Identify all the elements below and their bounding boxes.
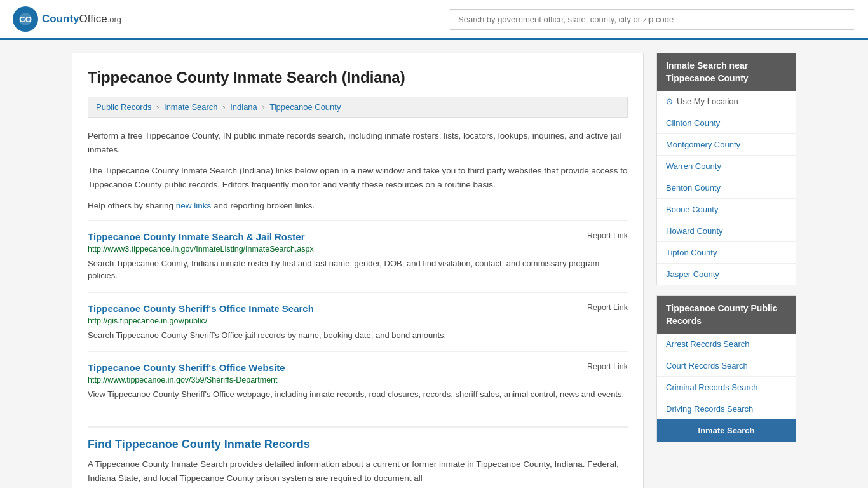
find-section: Find Tippecanoe County Inmate Records A … xyxy=(88,426,628,485)
breadcrumb: Public Records › Inmate Search › Indiana… xyxy=(88,97,628,118)
public-record-link-0[interactable]: Arrest Records Search xyxy=(666,339,750,349)
nearby-item-5: Howard County xyxy=(657,220,796,242)
report-link-1[interactable]: Report Link xyxy=(587,303,628,312)
nearby-box: Inmate Search near Tippecanoe County ⊙ U… xyxy=(656,53,796,285)
location-icon: ⊙ xyxy=(666,97,673,106)
page-title: Tippecanoe County Inmate Search (Indiana… xyxy=(88,69,628,86)
search-input[interactable] xyxy=(449,9,855,30)
result-desc-1: Search Tippecanoe County Sheriff's Offic… xyxy=(88,329,628,342)
breadcrumb-tippecanoe[interactable]: Tippecanoe County xyxy=(269,102,341,112)
new-links-link[interactable]: new links xyxy=(176,201,212,210)
header: CO CountyOffice.org xyxy=(0,0,868,40)
result-title-0[interactable]: Tippecanoe County Inmate Search & Jail R… xyxy=(88,231,304,242)
result-url-1: http://gis.tippecanoe.in.gov/public/ xyxy=(88,316,628,325)
find-desc: A Tippecanoe County Inmate Search provid… xyxy=(88,458,628,485)
nearby-link-6[interactable]: Tipton County xyxy=(666,248,717,257)
nearby-link-4[interactable]: Boone County xyxy=(666,205,718,214)
logo-text: CountyOffice.org xyxy=(42,13,121,25)
breadcrumb-inmate-search[interactable]: Inmate Search xyxy=(164,102,218,112)
nearby-link-1[interactable]: Montgomery County xyxy=(666,140,740,149)
logo[interactable]: CO CountyOffice.org xyxy=(13,6,121,32)
public-records-box: Tippecanoe County Public Records Arrest … xyxy=(656,295,796,442)
nearby-link-7[interactable]: Jasper County xyxy=(666,269,719,279)
breadcrumb-indiana[interactable]: Indiana xyxy=(230,102,257,112)
public-record-link-3[interactable]: Driving Records Search xyxy=(666,404,753,414)
svg-text:CO: CO xyxy=(19,15,32,24)
report-link-0[interactable]: Report Link xyxy=(587,231,628,240)
intro-paragraph-1: Perform a free Tippecanoe County, IN pub… xyxy=(88,129,628,156)
nearby-item-1: Montgomery County xyxy=(657,134,796,156)
find-title: Find Tippecanoe County Inmate Records xyxy=(88,438,628,451)
sidebar: Inmate Search near Tippecanoe County ⊙ U… xyxy=(656,53,796,488)
results-list: Tippecanoe County Inmate Search & Jail R… xyxy=(88,220,628,411)
nearby-list: Clinton CountyMontgomery CountyWarren Co… xyxy=(657,112,796,285)
result-title-1[interactable]: Tippecanoe County Sheriff's Office Inmat… xyxy=(88,303,314,314)
public-record-item-1: Court Records Search xyxy=(657,355,796,377)
result-item: Tippecanoe County Sheriff's Office Websi… xyxy=(88,351,628,411)
intro-paragraph-2: The Tippecanoe County Inmate Search (Ind… xyxy=(88,164,628,191)
nearby-link-3[interactable]: Benton County xyxy=(666,183,721,193)
nearby-link-2[interactable]: Warren County xyxy=(666,161,721,171)
nearby-item-7: Jasper County xyxy=(657,264,796,285)
nearby-item-4: Boone County xyxy=(657,199,796,220)
public-record-item-0: Arrest Records Search xyxy=(657,334,796,355)
public-records-header: Tippecanoe County Public Records xyxy=(657,296,796,334)
result-desc-0: Search Tippecanoe County, Indiana inmate… xyxy=(88,257,628,282)
nearby-link-5[interactable]: Howard County xyxy=(666,226,723,236)
result-url-0: http://www3.tippecanoe.in.gov/InmateList… xyxy=(88,245,628,254)
nearby-header: Inmate Search near Tippecanoe County xyxy=(657,53,796,91)
breadcrumb-public-records[interactable]: Public Records xyxy=(96,102,151,112)
main-column: Tippecanoe County Inmate Search (Indiana… xyxy=(72,53,644,488)
intro-paragraph-3: Help others by sharing new links and rep… xyxy=(88,199,628,213)
nearby-link-0[interactable]: Clinton County xyxy=(666,118,720,128)
result-item: Tippecanoe County Sheriff's Office Inmat… xyxy=(88,292,628,352)
result-desc-2: View Tippecanoe County Sheriff's Office … xyxy=(88,388,628,401)
public-record-item-3: Driving Records Search xyxy=(657,398,796,419)
report-link-2[interactable]: Report Link xyxy=(587,362,628,371)
result-item: Tippecanoe County Inmate Search & Jail R… xyxy=(88,220,628,292)
logo-icon: CO xyxy=(13,6,38,32)
inmate-search-button[interactable]: Inmate Search xyxy=(657,419,796,442)
public-records-list: Arrest Records SearchCourt Records Searc… xyxy=(657,334,796,419)
public-record-link-1[interactable]: Court Records Search xyxy=(666,361,748,370)
search-bar xyxy=(449,9,855,30)
use-location-item[interactable]: ⊙ Use My Location xyxy=(657,91,796,112)
nearby-item-6: Tipton County xyxy=(657,242,796,264)
public-record-item-2: Criminal Records Search xyxy=(657,377,796,398)
result-title-2[interactable]: Tippecanoe County Sheriff's Office Websi… xyxy=(88,362,285,373)
nearby-item-0: Clinton County xyxy=(657,112,796,134)
public-record-link-2[interactable]: Criminal Records Search xyxy=(666,383,758,392)
nearby-item-2: Warren County xyxy=(657,156,796,177)
content-area: Tippecanoe County Inmate Search (Indiana… xyxy=(59,40,809,488)
nearby-item-3: Benton County xyxy=(657,177,796,199)
result-url-2: http://www.tippecanoe.in.gov/359/Sheriff… xyxy=(88,376,628,384)
